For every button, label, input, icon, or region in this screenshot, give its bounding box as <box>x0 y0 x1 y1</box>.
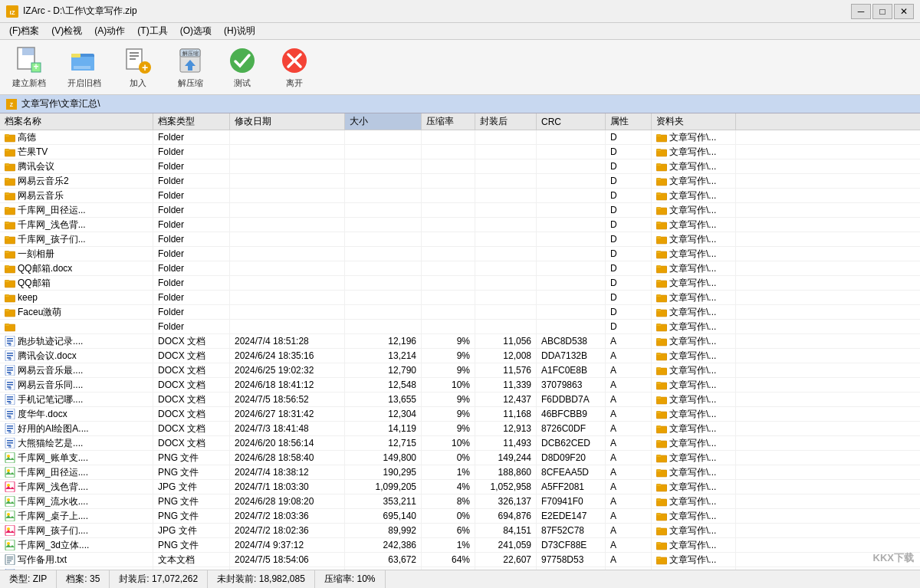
file-crc: 37079863 <box>537 378 606 392</box>
table-row[interactable]: 网易云音乐2 Folder D 文章写作\... <box>0 174 920 189</box>
toolbar-icon-open <box>69 45 100 76</box>
col-header-name[interactable]: 档案名称 <box>0 113 153 130</box>
col-header-type[interactable]: 档案类型 <box>153 113 230 130</box>
table-row[interactable]: 高德 Folder D 文章写作\... <box>0 130 920 145</box>
svg-rect-15 <box>130 58 136 60</box>
file-folder: 文章写作\... <box>652 363 736 377</box>
file-attr: D <box>606 159 652 173</box>
file-list[interactable]: 高德 Folder D 文章写作\... 芒果TV Folder D 文章写作\… <box>0 130 920 570</box>
table-row[interactable]: W 手机记笔记哪.... DOCX 文档 2024/7/5 18:56:52 1… <box>0 393 920 407</box>
file-type: 文本文档 <box>153 553 230 567</box>
file-ratio: 9% <box>422 393 475 406</box>
table-row[interactable]: 千库网_3d立体.... PNG 文件 2024/7/4 9:37:12 242… <box>0 538 920 553</box>
menu-item-tools[interactable]: (T)工具 <box>131 23 173 39</box>
file-type-icon <box>5 146 15 157</box>
file-packed <box>475 145 537 159</box>
maximize-button[interactable]: □ <box>872 4 892 19</box>
svg-rect-142 <box>7 382 13 383</box>
table-row[interactable]: 千库网_浅色背.... JPG 文件 2024/7/1 18:03:30 1,0… <box>0 480 920 494</box>
svg-rect-134 <box>7 370 13 371</box>
file-type-icon <box>5 205 15 215</box>
file-crc: D73CF88E <box>537 538 606 552</box>
col-header-attr[interactable]: 属性 <box>606 113 652 130</box>
menu-item-view[interactable]: (V)检视 <box>45 23 88 39</box>
menu-item-file[interactable]: (F)档案 <box>3 23 45 39</box>
table-row[interactable]: W 腾讯会议.docx DOCX 文档 2024/6/24 18:35:16 1… <box>0 349 920 363</box>
table-row[interactable]: 千库网_田径运.... PNG 文件 2024/7/4 18:38:12 190… <box>0 465 920 480</box>
col-header-size[interactable]: 大小 <box>345 113 422 130</box>
table-row[interactable]: W 好用的AI绘图A.... DOCX 文档 2024/7/3 18:41:48… <box>0 422 920 436</box>
col-header-folder[interactable]: 资料夹 <box>652 113 736 130</box>
col-header-crc[interactable]: CRC <box>537 113 606 130</box>
table-row[interactable]: 千库网_浅色背... Folder D 文章写作\... <box>0 218 920 232</box>
file-size: 14,119 <box>345 422 422 435</box>
table-row[interactable]: W 大熊猫绘艺是.... DOCX 文档 2024/6/20 18:56:14 … <box>0 436 920 451</box>
toolbar-btn-add[interactable]: + 加入 <box>117 42 159 92</box>
table-row[interactable]: 千库网_账单支.... PNG 文件 2024/6/28 18:58:40 14… <box>0 451 920 465</box>
toolbar-btn-new[interactable]: + 建立新档 <box>6 42 52 92</box>
file-crc <box>537 261 606 275</box>
file-size: 190,295 <box>345 465 422 479</box>
table-row[interactable]: 芒果TV Folder D 文章写作\... <box>0 145 920 159</box>
file-type-icon <box>5 321 15 332</box>
file-packed <box>475 232 537 246</box>
close-button[interactable]: ✕ <box>894 4 914 19</box>
toolbar-btn-open[interactable]: 开启旧档 <box>61 42 107 92</box>
svg-rect-225 <box>656 542 661 544</box>
svg-rect-152 <box>7 399 13 400</box>
table-row[interactable]: Folder D 文章写作\... <box>0 320 920 334</box>
file-packed <box>475 261 537 275</box>
table-row[interactable]: Faceu激萌 Folder D 文章写作\... <box>0 305 920 320</box>
svg-text:解压缩: 解压缩 <box>182 51 199 56</box>
file-size: 12,957 <box>345 567 422 570</box>
col-header-date[interactable]: 修改日期 <box>230 113 345 130</box>
toolbar-btn-test[interactable]: 测试 <box>221 42 264 92</box>
file-size <box>345 145 422 159</box>
col-header-ratio[interactable]: 压缩率 <box>422 113 475 130</box>
table-row[interactable]: 千库网_桌子上.... PNG 文件 2024/7/2 18:03:36 695… <box>0 509 920 524</box>
file-size <box>345 291 422 304</box>
table-row[interactable]: W 跑步轨迹记录.... DOCX 文档 2024/7/4 18:51:28 1… <box>0 334 920 349</box>
file-attr: A <box>606 509 652 523</box>
file-type: Folder <box>153 305 230 319</box>
file-type-icon: W <box>5 423 15 434</box>
menu-item-action[interactable]: (A)动作 <box>88 23 131 39</box>
toolbar-btn-exit[interactable]: 离开 <box>273 42 316 92</box>
table-row[interactable]: 腾讯会议 Folder D 文章写作\... <box>0 159 920 174</box>
toolbar-btn-extract[interactable]: 解压缩 解压缩 <box>169 42 212 92</box>
column-headers: 档案名称档案类型修改日期大小压缩率封装后CRC属性资料夹 <box>0 113 920 130</box>
table-row[interactable]: 千库网_孩子们.... JPG 文件 2024/7/2 18:02:36 89,… <box>0 524 920 538</box>
table-row[interactable]: 千库网_孩子们... Folder D 文章写作\... <box>0 232 920 247</box>
svg-rect-36 <box>5 149 9 151</box>
menu-item-options[interactable]: (O)选项 <box>174 23 218 39</box>
table-row[interactable]: 千库网_流水收.... PNG 文件 2024/6/28 19:08:20 35… <box>0 494 920 509</box>
table-row[interactable]: W 度华年.docx DOCX 文档 2024/6/27 18:31:42 12… <box>0 407 920 422</box>
file-type: PNG 文件 <box>153 465 230 479</box>
folder-icon <box>656 481 667 492</box>
svg-rect-66 <box>5 222 9 224</box>
col-header-packed[interactable]: 封装后 <box>475 113 537 130</box>
file-date: 2024/7/5 18:56:52 <box>230 393 345 406</box>
menu-item-help[interactable]: (H)说明 <box>218 23 261 39</box>
file-ratio: 9% <box>422 334 475 348</box>
table-row[interactable]: W 网易云音乐同.... DOCX 文档 2024/6/18 18:41:12 … <box>0 378 920 393</box>
table-row[interactable]: keep Folder D 文章写作\... <box>0 291 920 305</box>
table-row[interactable]: QQ邮箱.docx Folder D 文章写作\... <box>0 261 920 276</box>
file-attr: D <box>606 145 652 159</box>
table-row[interactable]: 一刻相册 Folder D 文章写作\... <box>0 247 920 261</box>
file-date: 2024/7/5 18:54:06 <box>230 553 345 567</box>
table-row[interactable]: QQ邮箱 Folder D 文章写作\... <box>0 276 920 291</box>
table-row[interactable]: 写作备用.txt 文本文档 2024/7/5 18:54:06 63,672 6… <box>0 553 920 567</box>
minimize-button[interactable]: ─ <box>851 4 871 19</box>
svg-marker-4 <box>22 48 34 55</box>
table-row[interactable]: W 网易云音乐最.... DOCX 文档 2024/6/25 19:02:32 … <box>0 363 920 378</box>
file-type: Folder <box>153 218 230 232</box>
table-row[interactable]: 网易云音乐 Folder D 文章写作\... <box>0 189 920 203</box>
table-row[interactable]: 千库网_田径运... Folder D 文章写作\... <box>0 203 920 218</box>
file-type-icon <box>5 190 15 201</box>
file-date <box>230 247 345 261</box>
file-type: Folder <box>153 159 230 173</box>
svg-rect-169 <box>7 425 13 427</box>
file-name <box>0 320 153 333</box>
file-size <box>345 261 422 275</box>
